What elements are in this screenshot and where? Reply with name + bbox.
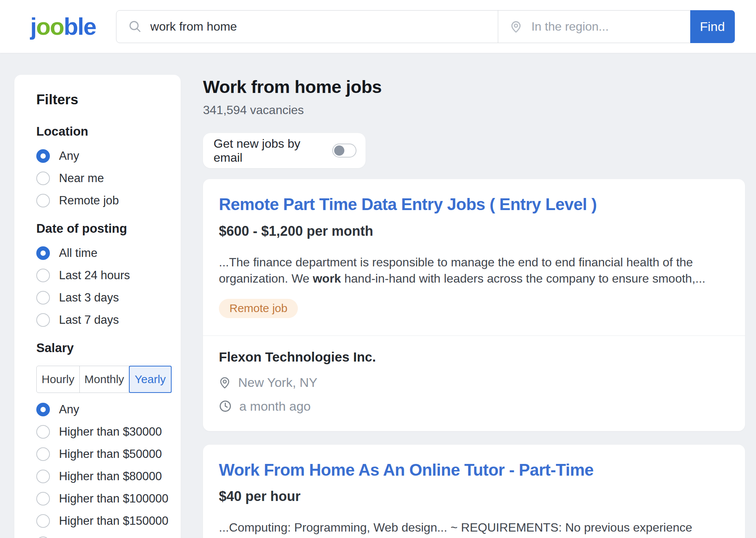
location-option-label: Near me <box>59 172 104 185</box>
vacancies-count: 341,594 vacancies <box>203 103 745 117</box>
radio-icon[interactable] <box>36 291 50 305</box>
radio-icon[interactable] <box>36 269 50 282</box>
date-option-last-24-hours[interactable]: Last 24 hours <box>36 269 172 282</box>
salary-option-higher-than-150000[interactable]: Higher than $150000 <box>36 514 172 528</box>
radio-icon[interactable] <box>36 536 50 538</box>
job-salary: $600 - $1,200 per month <box>219 223 729 239</box>
date-option-label: Last 3 days <box>59 291 119 305</box>
date-option-last-3-days[interactable]: Last 3 days <box>36 291 172 305</box>
logo-part: ble <box>64 13 96 40</box>
salary-option-higher-than-100000[interactable]: Higher than $100000 <box>36 492 172 506</box>
salary-option-label: Higher than $150000 <box>59 514 169 528</box>
radio-icon[interactable] <box>36 470 50 483</box>
location-pin-icon <box>509 19 523 34</box>
salary-option-label: Higher than $100000 <box>59 492 169 506</box>
salary-option-label: Higher than $50000 <box>59 447 162 461</box>
salary-filter-section: Salary HourlyMonthlyYearly AnyHigher tha… <box>36 341 172 538</box>
radio-icon[interactable] <box>36 447 50 461</box>
toggle-knob <box>334 145 344 156</box>
radio-icon[interactable] <box>36 492 50 506</box>
clock-icon <box>219 400 232 413</box>
salary-option-higher-than-80000[interactable]: Higher than $80000 <box>36 470 172 483</box>
salary-option-other[interactable]: Other <box>36 536 172 538</box>
job-salary: $40 per hour <box>219 489 729 504</box>
find-button[interactable]: Find <box>690 10 735 43</box>
description-segment: work <box>313 272 341 285</box>
location-filter-section: Location AnyNear meRemote job <box>36 124 172 207</box>
radio-icon[interactable] <box>36 194 50 207</box>
salary-option-label: Higher than $30000 <box>59 425 162 439</box>
location-option-near-me[interactable]: Near me <box>36 172 172 185</box>
salary-period-monthly[interactable]: Monthly <box>79 366 129 393</box>
date-option-all-time[interactable]: All time <box>36 246 172 260</box>
salary-option-label: Higher than $80000 <box>59 470 162 483</box>
search-icon <box>128 19 142 34</box>
salary-option-any[interactable]: Any <box>36 403 172 416</box>
filters-title: Filters <box>36 92 172 108</box>
filters-panel: Filters Location AnyNear meRemote job Da… <box>14 75 181 538</box>
job-title-link[interactable]: Work From Home As An Online Tutor - Part… <box>219 461 593 480</box>
date-option-label: All time <box>59 246 98 260</box>
location-option-any[interactable]: Any <box>36 149 172 163</box>
location-radio-group: AnyNear meRemote job <box>36 149 172 207</box>
salary-option-higher-than-50000[interactable]: Higher than $50000 <box>36 447 172 461</box>
salary-filter-label: Salary <box>36 341 172 355</box>
location-option-label: Any <box>59 149 79 163</box>
logo-part: j <box>30 13 36 40</box>
email-subscribe-label: Get new jobs by email <box>214 137 324 165</box>
date-filter-label: Date of posting <box>36 221 172 236</box>
keyword-search-section <box>116 11 498 43</box>
location-pin-icon <box>219 375 231 390</box>
description-segment: hand-in-hand with leaders across the com… <box>341 272 705 285</box>
jooble-logo[interactable]: jooble <box>30 15 96 39</box>
radio-icon[interactable] <box>36 514 50 528</box>
salary-period-segmented: HourlyMonthlyYearly <box>36 366 172 393</box>
region-search-section <box>498 11 690 43</box>
remote-job-tag: Remote job <box>219 299 298 318</box>
results-column: Work from home jobs 341,594 vacancies Ge… <box>203 75 745 538</box>
job-card: Work From Home As An Online Tutor - Part… <box>203 445 745 538</box>
job-description: ...The finance department is responsible… <box>219 254 729 287</box>
radio-icon[interactable] <box>36 313 50 327</box>
job-card-footer: Flexon Technologies Inc. New York, NY a … <box>203 335 745 431</box>
region-input[interactable] <box>531 20 690 34</box>
radio-icon[interactable] <box>36 172 50 185</box>
date-option-label: Last 24 hours <box>59 269 130 282</box>
date-filter-section: Date of posting All timeLast 24 hoursLas… <box>36 221 172 327</box>
location-option-remote-job[interactable]: Remote job <box>36 194 172 207</box>
date-option-label: Last 7 days <box>59 313 119 327</box>
page-body: Filters Location AnyNear meRemote job Da… <box>0 53 756 538</box>
top-header: jooble Find <box>0 0 756 53</box>
date-radio-group: All timeLast 24 hoursLast 3 daysLast 7 d… <box>36 246 172 327</box>
search-bar: Find <box>116 10 735 43</box>
radio-selected-icon[interactable] <box>36 403 50 416</box>
location-filter-label: Location <box>36 124 172 139</box>
salary-period-hourly[interactable]: Hourly <box>36 366 80 393</box>
salary-radio-group: AnyHigher than $30000Higher than $50000H… <box>36 403 172 538</box>
description-segment: ...Computing: Programming, Web design...… <box>219 521 692 538</box>
logo-part: oo <box>36 13 64 40</box>
radio-icon[interactable] <box>36 425 50 439</box>
radio-selected-icon[interactable] <box>36 149 50 163</box>
location-option-label: Remote job <box>59 194 119 207</box>
job-location: New York, NY <box>238 375 318 390</box>
search-input[interactable] <box>150 20 498 34</box>
job-card: Remote Part Time Data Entry Jobs ( Entry… <box>203 179 745 431</box>
salary-option-label: Any <box>59 403 79 416</box>
email-subscribe-pill: Get new jobs by email <box>203 133 366 168</box>
salary-period-yearly[interactable]: Yearly <box>129 366 172 393</box>
job-title-link[interactable]: Remote Part Time Data Entry Jobs ( Entry… <box>219 195 597 214</box>
salary-option-higher-than-30000[interactable]: Higher than $30000 <box>36 425 172 439</box>
job-description: ...Computing: Programming, Web design...… <box>219 519 729 538</box>
page-title: Work from home jobs <box>203 76 745 97</box>
job-posted: a month ago <box>239 399 311 414</box>
salary-option-label: Other <box>59 536 88 538</box>
job-location-row: New York, NY <box>219 375 729 390</box>
email-subscribe-toggle[interactable] <box>332 144 356 158</box>
company-name: Flexon Technologies Inc. <box>219 349 729 365</box>
date-option-last-7-days[interactable]: Last 7 days <box>36 313 172 327</box>
radio-selected-icon[interactable] <box>36 246 50 260</box>
job-posted-row: a month ago <box>219 399 729 414</box>
